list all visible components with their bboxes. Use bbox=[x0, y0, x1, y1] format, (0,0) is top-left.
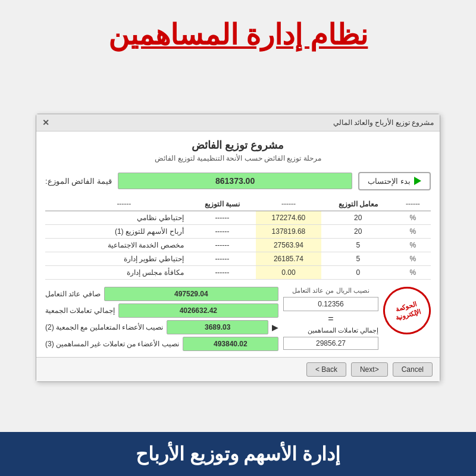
stamp-area: الحوكمة الإلكترونية bbox=[383, 287, 431, 334]
dialog-footer: < Back Next> Cancel bbox=[36, 357, 440, 381]
table-row: % 20 172274.60 ------ إحتياطي نظامي bbox=[45, 211, 431, 224]
surplus-value: 861373.00 bbox=[118, 173, 353, 189]
dialog-heading: مشروع توزيع الفائض bbox=[42, 139, 434, 152]
dialog-subheading: مرحلة توزيع الفائض حسب الأنحة التنظيمية … bbox=[42, 154, 434, 162]
surplus-row: بدء الإحتساب 861373.00 قيمة الفائض الموز… bbox=[45, 172, 431, 190]
percent-symbol: % bbox=[395, 252, 431, 265]
row-label: إحتياطي نظامي bbox=[60, 211, 188, 224]
right-panel: 497529.04 صافي عائد التعامل 4026632.42 إ… bbox=[45, 287, 278, 351]
nonmembers-value: 493840.02 bbox=[183, 337, 278, 351]
table-row: % 0 0.00 ------ مكافأة مجلس إدارة bbox=[45, 265, 431, 279]
dialog-header: مشروع توزيع الفائض مرحلة توزيع الفائض حس… bbox=[36, 131, 440, 166]
total-society-label: إجمالي تعاملات الجمعية bbox=[45, 306, 115, 315]
dialog-titlebar-text: مشروع توزيع الأرباح والعائد المالي bbox=[333, 118, 434, 127]
pct-value: 0 bbox=[321, 265, 395, 279]
table-row: % 20 137819.68 ------ أرباح الأسهم للتوز… bbox=[45, 224, 431, 238]
pct-value: 20 bbox=[321, 211, 395, 224]
dialog-box: مشروع توزيع الأرباح والعائد المالي ✕ مشر… bbox=[36, 114, 440, 382]
total-members-label: إجمالي تعاملات المساهمين bbox=[283, 327, 378, 334]
separator: ------ bbox=[189, 224, 256, 238]
percent-symbol: % bbox=[395, 211, 431, 224]
close-icon[interactable]: ✕ bbox=[42, 118, 49, 127]
members-share-label: نصيب الأعضاء المتعاملين مع الجمعية (2) bbox=[45, 323, 163, 331]
back-button[interactable]: < Back bbox=[306, 362, 346, 377]
cancel-button[interactable]: Cancel bbox=[393, 362, 433, 377]
bottom-section: إدارة الأسهم وتوزيع الأرباح bbox=[0, 432, 476, 476]
col4-header: نسبة التوزيع bbox=[189, 198, 256, 211]
dist-value: 27563.94 bbox=[256, 238, 321, 252]
main-title: نظام إدارة المساهمين bbox=[12, 18, 464, 51]
play-icon bbox=[414, 177, 421, 185]
col2-header: معامل التوزيع bbox=[321, 198, 395, 211]
bottom-title: إدارة الأسهم وتوزيع الأرباح bbox=[12, 443, 464, 465]
dist-value: 26185.74 bbox=[256, 252, 321, 265]
net-value: 497529.04 bbox=[104, 287, 278, 301]
percent-symbol: % bbox=[395, 265, 431, 279]
pct-value: 5 bbox=[321, 252, 395, 265]
surplus-label: قيمة الفائض الموزع: bbox=[45, 177, 112, 186]
total-members-value: 29856.27 bbox=[283, 337, 378, 350]
ratio-label: نصيب الريال من عائد التعامل bbox=[283, 287, 378, 295]
pct-value: 5 bbox=[321, 238, 395, 252]
net-label: صافي عائد التعامل bbox=[45, 290, 101, 298]
pct-value: 20 bbox=[321, 224, 395, 238]
net-row: 497529.04 صافي عائد التعامل bbox=[45, 287, 278, 301]
dialog-body: بدء الإحتساب 861373.00 قيمة الفائض الموز… bbox=[36, 166, 440, 357]
row-label: مخصص الخدمة الاجتماعية bbox=[60, 238, 188, 252]
row-label: أرباح الأسهم للتوزيع (1) bbox=[60, 224, 188, 238]
ratio-value: 0.12356 bbox=[283, 297, 378, 311]
col1-header: ------ bbox=[395, 198, 431, 211]
lower-layout: الحوكمة الإلكترونية نصيب الريال من عائد … bbox=[45, 287, 431, 351]
col3-header: ------ bbox=[256, 198, 321, 211]
distribution-table: ------ معامل التوزيع ------ نسبة التوزيع… bbox=[45, 198, 431, 280]
start-button[interactable]: بدء الإحتساب bbox=[358, 172, 431, 190]
table-row: % 5 27563.94 ------ مخصص الخدمة الاجتماع… bbox=[45, 238, 431, 252]
row-label: مكافأة مجلس إدارة bbox=[60, 265, 188, 279]
dist-value: 172274.60 bbox=[256, 211, 321, 224]
separator: ------ bbox=[189, 238, 256, 252]
percent-symbol: % bbox=[395, 224, 431, 238]
separator: ------ bbox=[189, 211, 256, 224]
dist-value: 137819.68 bbox=[256, 224, 321, 238]
total-society-value: 4026632.42 bbox=[118, 303, 278, 318]
nonmembers-label: نصيب الأعضاء من تعاملات غير المساهمين (3… bbox=[45, 340, 179, 348]
dist-value: 0.00 bbox=[256, 265, 321, 279]
col5-header: ------ bbox=[60, 198, 188, 211]
members-share-row: ▶ 3689.03 نصيب الأعضاء المتعاملين مع الج… bbox=[45, 320, 278, 334]
row-label: إحتياطي تطوير إدارة bbox=[60, 252, 188, 265]
middle-section: مشروع توزيع الأرباح والعائد المالي ✕ مشر… bbox=[0, 63, 476, 432]
top-section: نظام إدارة المساهمين bbox=[0, 0, 476, 63]
stamp: الحوكمة الإلكترونية bbox=[378, 281, 436, 340]
table-row: % 5 26185.74 ------ إحتياطي تطوير إدارة bbox=[45, 252, 431, 265]
percent-symbol: % bbox=[395, 238, 431, 252]
left-panel: نصيب الريال من عائد التعامل 0.12356 = إج… bbox=[283, 287, 378, 350]
total-society-row: 4026632.42 إجمالي تعاملات الجمعية bbox=[45, 303, 278, 318]
dialog-titlebar: مشروع توزيع الأرباح والعائد المالي ✕ bbox=[36, 114, 440, 131]
nonmembers-row: 493840.02 نصيب الأعضاء من تعاملات غير ال… bbox=[45, 337, 278, 351]
separator: ------ bbox=[189, 252, 256, 265]
next-button[interactable]: Next> bbox=[351, 362, 388, 377]
members-share-value: 3689.03 bbox=[167, 320, 268, 334]
equals-sign: = bbox=[283, 314, 378, 324]
arrow-icon: ▶ bbox=[272, 322, 278, 332]
separator: ------ bbox=[189, 265, 256, 279]
